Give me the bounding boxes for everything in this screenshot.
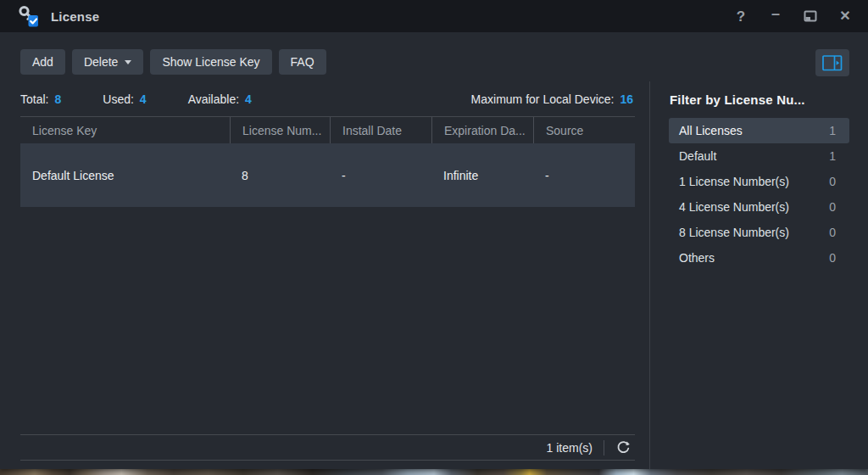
main-panel: Total: 8 Used: 4 Available: 4 Maximum fo… <box>0 81 649 469</box>
sidebar-item-label: 8 License Number(s) <box>679 226 789 239</box>
sidebar-item-count: 1 <box>829 149 836 163</box>
close-button[interactable]: ✕ <box>837 9 853 23</box>
sidebar-item-all-licenses[interactable]: All Licenses 1 <box>669 118 849 143</box>
license-window: License ? – ✕ Add Delete <box>0 0 868 469</box>
help-button[interactable]: ? <box>733 9 748 24</box>
cell-license-key: Default License <box>20 169 230 182</box>
panel-toggle-icon <box>822 55 843 71</box>
sidebar-item-default[interactable]: Default 1 <box>669 143 849 169</box>
item-count: 1 item(s) <box>547 441 593 455</box>
sidebar-item-label: 1 License Number(s) <box>679 175 789 188</box>
column-header-expiration-date[interactable]: Expiration Da... <box>431 117 533 143</box>
stat-total-value: 8 <box>54 92 61 106</box>
content: Total: 8 Used: 4 Available: 4 Maximum fo… <box>0 81 868 469</box>
sidebar-item-count: 1 <box>829 124 836 137</box>
column-header-source[interactable]: Source <box>533 117 635 143</box>
table-footer: 1 item(s) <box>20 434 635 461</box>
refresh-icon <box>616 440 631 455</box>
sidebar-item-1-license-number[interactable]: 1 License Number(s) 0 <box>669 169 849 194</box>
stat-available-value: 4 <box>245 92 252 106</box>
license-key-icon <box>17 4 40 28</box>
faq-button-label: FAQ <box>291 55 314 69</box>
sidebar-title: Filter by License Nu... <box>670 92 849 107</box>
stat-used-label: Used: <box>103 92 134 106</box>
screen: License ? – ✕ Add Delete <box>0 0 868 475</box>
stat-available-label: Available: <box>188 92 239 106</box>
table-empty-area <box>20 207 635 434</box>
sidebar-item-count: 0 <box>829 251 836 265</box>
maximize-icon <box>804 10 817 22</box>
add-button-label: Add <box>32 55 53 69</box>
add-button[interactable]: Add <box>20 49 65 75</box>
titlebar-controls: ? – ✕ <box>733 6 853 26</box>
footer-divider <box>604 440 604 455</box>
column-header-license-key[interactable]: License Key <box>20 117 230 143</box>
maximize-button[interactable] <box>803 10 818 22</box>
toolbar: Add Delete Show License Key FAQ <box>0 32 868 81</box>
show-license-key-label: Show License Key <box>162 55 259 69</box>
sidebar-item-8-license-number[interactable]: 8 License Number(s) 0 <box>669 220 849 245</box>
sidebar-item-count: 0 <box>829 226 836 239</box>
delete-button-label: Delete <box>84 55 118 69</box>
sidebar-toggle-button[interactable] <box>815 49 849 76</box>
stat-available: Available: 4 <box>188 92 252 106</box>
refresh-button[interactable] <box>613 438 633 458</box>
show-license-key-button[interactable]: Show License Key <box>150 49 271 75</box>
sidebar-item-count: 0 <box>829 175 836 188</box>
column-header-license-number[interactable]: License Num... <box>230 117 330 143</box>
stat-maximum: Maximum for Local Device: 16 <box>471 92 633 106</box>
cell-expiration-date: Infinite <box>431 169 533 182</box>
stat-maximum-label: Maximum for Local Device: <box>471 92 615 106</box>
sidebar-item-label: 4 License Number(s) <box>679 200 789 214</box>
sidebar-item-count: 0 <box>829 200 836 214</box>
minimize-button[interactable]: – <box>768 6 783 26</box>
sidebar-item-label: All Licenses <box>679 124 743 137</box>
stat-total-label: Total: <box>20 92 48 106</box>
stat-used: Used: 4 <box>103 92 146 106</box>
titlebar[interactable]: License ? – ✕ <box>0 0 868 32</box>
faq-button[interactable]: FAQ <box>279 49 326 75</box>
chevron-down-icon <box>125 60 131 64</box>
sidebar-item-others[interactable]: Others 0 <box>669 245 849 271</box>
stat-used-value: 4 <box>140 92 147 106</box>
filter-sidebar: Filter by License Nu... All Licenses 1 D… <box>650 81 868 469</box>
table-row[interactable]: Default License 8 - Infinite - <box>20 143 635 207</box>
license-stats: Total: 8 Used: 4 Available: 4 Maximum fo… <box>20 81 635 116</box>
stat-total: Total: 8 <box>20 92 61 106</box>
sidebar-item-label: Default <box>679 149 716 163</box>
cell-source: - <box>533 169 635 182</box>
stat-maximum-value: 16 <box>620 92 633 106</box>
window-title: License <box>51 9 99 24</box>
license-table: License Key License Num... Install Date … <box>20 116 635 461</box>
cell-install-date: - <box>330 169 431 182</box>
sidebar-item-label: Others <box>679 251 715 265</box>
cell-license-number: 8 <box>230 169 330 182</box>
delete-button[interactable]: Delete <box>72 49 143 75</box>
column-header-install-date[interactable]: Install Date <box>330 117 431 143</box>
sidebar-item-4-license-number[interactable]: 4 License Number(s) 0 <box>669 194 849 220</box>
table-header: License Key License Num... Install Date … <box>20 117 635 143</box>
